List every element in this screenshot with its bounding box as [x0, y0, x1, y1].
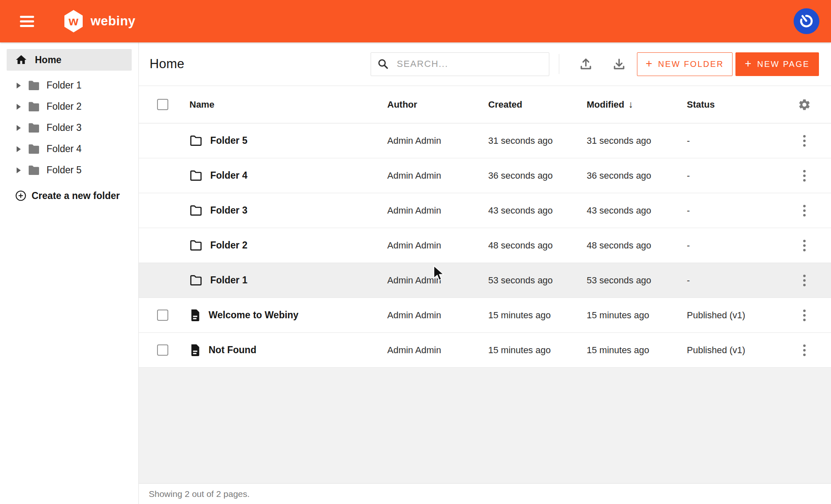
row-menu-button[interactable]: [801, 272, 808, 289]
row-modified: 53 seconds ago: [587, 275, 687, 286]
toolbar-divider: [559, 54, 559, 74]
row-created: 43 seconds ago: [488, 205, 587, 216]
row-name: Folder 2: [210, 240, 247, 251]
row-menu-button[interactable]: [801, 133, 808, 149]
table-row[interactable]: Folder 2 Admin Admin 48 seconds ago 48 s…: [139, 228, 831, 263]
table-row[interactable]: Folder 5 Admin Admin 31 seconds ago 31 s…: [139, 123, 831, 158]
sidebar-folder-label: Folder 1: [47, 80, 81, 91]
folder-icon: [27, 165, 40, 176]
sort-descending-icon: ↓: [628, 99, 633, 110]
row-name: Folder 5: [210, 135, 247, 146]
sidebar-folder-item[interactable]: Folder 4: [0, 138, 138, 160]
toolbar: Home: [139, 42, 831, 86]
export-pages-button[interactable]: [611, 56, 627, 72]
sidebar-home-label: Home: [35, 54, 61, 66]
row-created: 53 seconds ago: [488, 275, 587, 286]
main-panel: Home: [139, 42, 831, 504]
row-modified: 15 minutes ago: [587, 310, 687, 321]
row-status: -: [687, 205, 778, 216]
row-author: Admin Admin: [387, 135, 488, 146]
webiny-page-manager-app: w webiny Home Fold: [0, 0, 831, 504]
folder-icon: [189, 170, 202, 182]
search-input[interactable]: [396, 58, 543, 70]
empty-area: [139, 368, 831, 483]
plus-icon: +: [646, 57, 652, 70]
row-created: 31 seconds ago: [488, 135, 587, 146]
sidebar-item-home[interactable]: Home: [7, 49, 132, 71]
row-name: Folder 4: [210, 170, 247, 181]
row-created: 48 seconds ago: [488, 240, 587, 251]
row-name: Welcome to Webiny: [209, 310, 298, 321]
new-folder-button[interactable]: + NEW FOLDER: [637, 52, 733, 76]
caret-right-icon[interactable]: [17, 146, 21, 152]
sidebar-folder-item[interactable]: Folder 3: [0, 117, 138, 138]
webiny-hexagon-icon: w: [63, 10, 84, 32]
page-title: Home: [150, 57, 184, 71]
row-menu-button[interactable]: [801, 307, 808, 324]
row-modified: 48 seconds ago: [587, 240, 687, 251]
user-avatar[interactable]: [794, 8, 819, 34]
row-modified: 31 seconds ago: [587, 135, 687, 146]
caret-right-icon[interactable]: [17, 83, 21, 89]
column-header-created[interactable]: Created: [488, 99, 587, 110]
sidebar-folder-label: Folder 3: [47, 122, 81, 133]
row-author: Admin Admin: [387, 205, 488, 216]
menu-icon[interactable]: [17, 13, 37, 30]
folder-icon: [189, 205, 202, 216]
home-icon: [15, 54, 27, 66]
sidebar-folder-item[interactable]: Folder 1: [0, 75, 138, 96]
create-folder-label: Create a new folder: [32, 190, 120, 202]
column-header-status[interactable]: Status: [687, 99, 778, 110]
new-folder-label: NEW FOLDER: [658, 59, 724, 69]
row-created: 15 minutes ago: [488, 345, 587, 356]
import-pages-button[interactable]: [578, 56, 594, 72]
row-status: Published (v1): [687, 345, 778, 356]
webiny-logo: w webiny: [63, 10, 135, 32]
sidebar-folder-item[interactable]: Folder 2: [0, 96, 138, 117]
row-modified: 36 seconds ago: [587, 170, 687, 181]
gear-icon: [798, 98, 811, 111]
folder-icon: [27, 143, 40, 155]
folder-icon: [27, 122, 40, 134]
folder-icon: [189, 135, 202, 147]
column-header-name[interactable]: Name: [176, 99, 387, 110]
row-created: 36 seconds ago: [488, 170, 587, 181]
content-area: Home Folder 1 Folder 2 Folder 3: [0, 42, 831, 504]
table-row[interactable]: Welcome to Webiny Admin Admin 15 minutes…: [139, 298, 831, 333]
caret-right-icon[interactable]: [17, 125, 21, 131]
document-icon: [189, 309, 201, 322]
new-page-button[interactable]: + NEW PAGE: [735, 52, 819, 76]
sidebar-folder-item[interactable]: Folder 5: [0, 160, 138, 181]
caret-right-icon[interactable]: [17, 167, 21, 173]
row-checkbox[interactable]: [157, 310, 168, 321]
table-body: Folder 5 Admin Admin 31 seconds ago 31 s…: [139, 123, 831, 368]
search-icon: [377, 58, 389, 70]
create-new-folder-button[interactable]: Create a new folder: [0, 186, 138, 206]
row-name: Folder 3: [210, 205, 247, 216]
row-status: Published (v1): [687, 310, 778, 321]
search-box[interactable]: [371, 52, 549, 76]
row-menu-button[interactable]: [801, 202, 808, 219]
caret-right-icon[interactable]: [17, 104, 21, 110]
plus-circle-icon: [15, 190, 27, 202]
column-header-author[interactable]: Author: [387, 99, 488, 110]
table-row[interactable]: Folder 3 Admin Admin 43 seconds ago 43 s…: [139, 193, 831, 228]
document-icon: [189, 344, 201, 356]
row-menu-button[interactable]: [801, 167, 808, 184]
table-row[interactable]: Not Found Admin Admin 15 minutes ago 15 …: [139, 333, 831, 368]
row-menu-button[interactable]: [801, 237, 808, 254]
table-row[interactable]: Folder 1 Admin Admin 53 seconds ago 53 s…: [139, 263, 831, 298]
row-status: -: [687, 170, 778, 181]
select-all-checkbox[interactable]: [157, 99, 168, 110]
brand-wordmark: webiny: [91, 14, 135, 29]
table-settings-button[interactable]: [798, 98, 811, 111]
row-author: Admin Admin: [387, 345, 488, 356]
table-header-row: Name Author Created Modified ↓ Status: [139, 86, 831, 123]
column-header-modified[interactable]: Modified ↓: [587, 99, 687, 110]
sidebar-folder-label: Folder 4: [47, 143, 81, 155]
table-row[interactable]: Folder 4 Admin Admin 36 seconds ago 36 s…: [139, 158, 831, 193]
row-menu-button[interactable]: [801, 342, 808, 359]
folder-icon: [189, 240, 202, 251]
folder-icon: [27, 101, 40, 113]
row-checkbox[interactable]: [157, 344, 168, 356]
